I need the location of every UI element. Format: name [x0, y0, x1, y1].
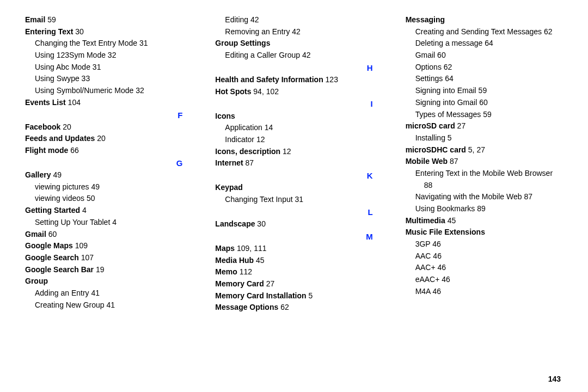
page-ref: 46	[442, 275, 450, 284]
sub-text: Editing a Caller Group	[225, 51, 300, 59]
sub-text: AAC+	[415, 263, 436, 272]
page-ref: 60	[48, 230, 57, 238]
page-ref: 89	[477, 204, 486, 213]
topic: Facebook	[25, 122, 60, 131]
sub-text: eAAC+	[415, 275, 440, 284]
page-ref: 32	[136, 86, 144, 95]
sub-entry: Deleting a message 64	[406, 38, 563, 50]
sub-entry: AAC+ 46	[406, 262, 563, 274]
entry-group-settings: Group Settings	[215, 38, 372, 50]
topic: Google Search Bar	[25, 265, 94, 274]
sub-entry: 3GP 46	[406, 238, 563, 250]
page-ref: 60	[479, 98, 488, 107]
sub-text: Using 123Sym Mode	[35, 51, 106, 59]
sub-entry: M4A 46	[406, 286, 563, 298]
page-ref: 5	[448, 133, 452, 142]
sub-entry: Installing 5	[406, 132, 563, 144]
page-ref: 42	[302, 51, 311, 59]
page-ref: 46	[433, 287, 442, 296]
entry-health: Health and Safety Information 123	[215, 74, 372, 86]
sub-text: Indicator	[225, 135, 254, 144]
page-ref: 87	[450, 157, 458, 166]
sub-entry: Application 14	[215, 122, 372, 134]
entry-landscape: Landscape 30	[215, 218, 372, 230]
sub-text: Creating and Sending Text Messages	[415, 27, 542, 36]
sub-entry: Creating New Group 41	[25, 299, 182, 311]
sub-entry: Using 123Sym Mode 32	[25, 50, 182, 62]
page-ref: 27	[266, 279, 275, 288]
page-ref: 59	[483, 110, 492, 119]
page-ref: 41	[107, 301, 115, 309]
sub-entry: Using Symbol/Numeric Mode 32	[25, 85, 182, 97]
letter-heading-m: M	[215, 230, 372, 243]
topic: Icons	[215, 112, 235, 120]
entry-memory-card: Memory Card 27	[215, 278, 372, 290]
entry-flight-mode: Flight mode 66	[25, 145, 182, 157]
page-ref: 42	[250, 15, 259, 24]
topic: microSDHC card	[406, 145, 466, 154]
page-ref: 62	[444, 63, 452, 71]
topic: Group Settings	[215, 39, 270, 47]
topic: Getting Started	[25, 206, 80, 215]
sub-text: Options	[415, 63, 442, 71]
page-ref: 33	[82, 74, 90, 83]
page-ref: 94, 102	[253, 87, 279, 96]
topic: Media Hub	[215, 256, 254, 265]
page-ref: 87	[246, 158, 254, 167]
entry-email: Email 59	[25, 14, 182, 26]
sub-entry: eAAC+ 46	[406, 274, 563, 286]
index-page: Email 59 Entering Text 30 Changing the T…	[0, 0, 588, 392]
sub-entry: Creating and Sending Text Messages 62	[406, 26, 563, 38]
sub-entry: Changing the Text Entry Mode 31	[25, 38, 182, 50]
entry-microsd: microSD card 27	[406, 120, 563, 132]
topic: Hot Spots	[215, 87, 251, 96]
topic: Google Search	[25, 253, 79, 262]
page-ref: 112	[240, 267, 252, 276]
entry-message-options: Message Options 62	[215, 302, 372, 314]
page-ref: 62	[544, 27, 553, 36]
page-ref: 27	[457, 121, 466, 130]
entry-google-search: Google Search 107	[25, 252, 182, 264]
page-ref: 31	[93, 63, 101, 71]
entry-gallery: Gallery 49	[25, 169, 182, 181]
page-ref: 19	[96, 265, 105, 274]
entry-facebook: Facebook 20	[25, 121, 182, 133]
sub-text: Using Bookmarks	[415, 204, 475, 213]
entry-google-search-bar: Google Search Bar 19	[25, 264, 182, 276]
page-number: 143	[548, 375, 561, 383]
sub-entry: AAC 46	[406, 250, 563, 262]
sub-entry: Using Abc Mode 31	[25, 62, 182, 74]
page-ref: 12	[283, 147, 291, 156]
entry-media-hub: Media Hub 45	[215, 255, 372, 267]
entry-hotspots: Hot Spots 94, 102	[215, 86, 372, 98]
page-ref: 45	[256, 256, 265, 265]
page-ref: 59	[479, 86, 487, 95]
letter-heading-h: H	[215, 62, 372, 74]
sub-text: Navigating with the Mobile Web	[415, 192, 522, 201]
page-ref: 109, 111	[237, 244, 267, 253]
page-ref: 42	[292, 27, 301, 36]
topic: Message Options	[215, 303, 278, 311]
topic: Flight mode	[25, 146, 68, 155]
page-ref: 20	[63, 122, 71, 131]
sub-text: Setting Up Your Tablet	[35, 218, 110, 226]
page-ref: 123	[326, 75, 338, 84]
page-ref: 5	[308, 291, 313, 300]
page-ref: 64	[485, 39, 493, 47]
sub-entry: Adding an Entry 41	[25, 287, 182, 299]
entry-group: Group	[25, 275, 182, 287]
page-ref: 41	[91, 289, 100, 297]
sub-entry: Indicator 12	[215, 134, 372, 146]
page-ref: 88	[424, 181, 433, 189]
topic: Messaging	[406, 15, 445, 24]
sub-text: Deleting a message	[415, 39, 483, 47]
sub-entry: Types of Messages 59	[406, 109, 563, 121]
sub-text: viewing pictures	[35, 182, 89, 191]
letter-heading-g: G	[25, 157, 182, 169]
page-ref: 5, 27	[468, 145, 485, 154]
entry-messaging: Messaging	[406, 14, 563, 26]
sub-text: Types of Messages	[415, 110, 481, 119]
sub-text: Adding an Entry	[35, 289, 89, 297]
page-ref: 50	[87, 194, 95, 203]
sub-entry: viewing videos 50	[25, 193, 182, 205]
